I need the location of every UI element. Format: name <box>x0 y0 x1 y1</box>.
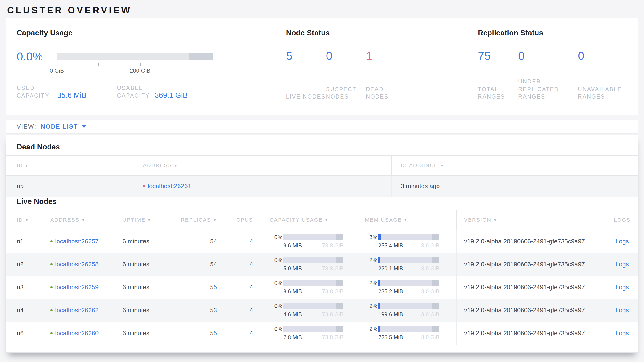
dead-col-address[interactable]: ADDRESS ▼ <box>134 155 392 175</box>
dead-nodes-metric: 1 DEAD NODES <box>366 49 406 101</box>
dead-col-id[interactable]: ID ▼ <box>6 155 134 175</box>
replicas-cell: 54 <box>167 230 227 253</box>
nodes-tables-panel: Dead Nodes ID ▼ ADDRESS ▼ DEAD SINCE ▼ n… <box>6 135 638 353</box>
dead-node-address-link[interactable]: localhost:26261 <box>148 183 191 190</box>
mem-used-value: 255.4 MiB <box>378 242 403 249</box>
logs-link[interactable]: Logs <box>615 329 629 337</box>
table-row: n2 localhost:26258 6 minutes 54 4 0% 5.0… <box>6 253 638 276</box>
node-address-link[interactable]: localhost:26257 <box>55 238 98 245</box>
sort-desc-icon: ▼ <box>147 218 151 222</box>
col-replicas[interactable]: REPLICAS ▼ <box>167 210 227 230</box>
capacity-percent: 0.0% <box>17 50 51 63</box>
node-address-link[interactable]: localhost:26262 <box>55 306 98 314</box>
node-address-link[interactable]: localhost:26259 <box>55 284 98 291</box>
axis-tick <box>183 63 183 66</box>
capacity-percent-label: 0% <box>270 234 282 241</box>
version-cell: v19.2.0-alpha.20190606-2491-gfe735c9a97 <box>456 253 607 276</box>
mem-bar <box>378 280 440 286</box>
capacity-percent-label: 0% <box>270 326 282 332</box>
unavailable-ranges-count: 0 <box>578 49 638 63</box>
dead-since-cell: 3 minutes ago <box>392 175 638 197</box>
mem-bar-reserved-segment <box>432 303 440 309</box>
live-status-dot-icon <box>50 240 52 242</box>
node-id-cell: n1 <box>6 230 41 253</box>
version-cell: v19.2.0-alpha.20190606-2491-gfe735c9a97 <box>456 230 607 253</box>
dead-nodes-heading: Dead Nodes <box>6 142 638 152</box>
live-nodes-heading: Live Nodes <box>6 197 638 206</box>
cpus-cell: 4 <box>227 253 262 276</box>
capacity-bar <box>283 326 344 332</box>
capacity-total-value: 73.8 GiB <box>322 288 344 295</box>
col-id-label: ID <box>17 217 23 223</box>
mem-total-value: 8.0 GiB <box>421 265 440 272</box>
col-mem-usage[interactable]: MEM USAGE ▼ <box>358 210 456 230</box>
capacity-total-value: 73.8 GiB <box>322 242 344 249</box>
view-dropdown-value[interactable]: NODE LIST <box>41 123 78 130</box>
logs-link[interactable]: Logs <box>615 261 629 268</box>
live-nodes-header-row: ID ▼ ADDRESS ▼ UPTIME ▼ REPLICAS ▼ CPUS <box>6 210 638 230</box>
capacity-bar-reserved-segment <box>336 280 344 286</box>
logs-link[interactable]: Logs <box>615 238 629 245</box>
axis-label-start: 0 GiB <box>50 67 64 74</box>
logs-cell: Logs <box>607 253 638 276</box>
node-status-section: Node Status 5 LIVE NODES 0 SUSPECT NODES… <box>279 19 472 114</box>
node-address-cell: localhost:26260 <box>41 322 113 344</box>
sort-desc-icon: ▼ <box>25 218 29 222</box>
capacity-usage-cell: 0% 5.0 MiB73.8 GiB <box>262 253 358 276</box>
dead-nodes-table: ID ▼ ADDRESS ▼ DEAD SINCE ▼ n5 localhost… <box>6 155 638 197</box>
capacity-used-value: 9.6 MiB <box>283 242 302 249</box>
col-mem-usage-label: MEM USAGE <box>365 217 402 223</box>
node-address-link[interactable]: localhost:26258 <box>55 261 98 268</box>
mem-used-value: 225.5 MiB <box>378 334 403 341</box>
logs-link[interactable]: Logs <box>615 284 629 291</box>
col-id[interactable]: ID ▼ <box>6 210 41 230</box>
axis-tick <box>140 63 140 66</box>
node-address-cell: localhost:26259 <box>41 276 113 299</box>
cpus-cell: 4 <box>227 276 262 299</box>
col-address[interactable]: ADDRESS ▼ <box>41 210 113 230</box>
capacity-bar <box>283 257 344 263</box>
version-cell: v19.2.0-alpha.20190606-2491-gfe735c9a97 <box>456 299 607 322</box>
col-version[interactable]: VERSION ▼ <box>456 210 607 230</box>
under-replicated-label: UNDER-REPLICATED RANGES <box>518 78 578 101</box>
dead-col-address-label: ADDRESS <box>143 162 172 168</box>
col-capacity-usage[interactable]: CAPACITY USAGE ▼ <box>262 210 358 230</box>
suspect-nodes-metric: 0 SUSPECT NODES <box>326 49 366 101</box>
replicas-cell: 55 <box>167 322 227 344</box>
node-address-link[interactable]: localhost:26260 <box>55 329 98 337</box>
version-cell: v19.2.0-alpha.20190606-2491-gfe735c9a97 <box>456 322 607 344</box>
mem-bar-fill <box>378 326 380 332</box>
uptime-cell: 6 minutes <box>113 253 167 276</box>
summary-panel: Capacity Usage 0.0% 0 GiB 200 GiB USED C… <box>6 18 638 115</box>
unavailable-ranges-metric: 0 UNAVAILABLE RANGES <box>578 49 638 101</box>
dead-nodes-count: 1 <box>366 49 406 63</box>
capacity-used-value: 4.6 MiB <box>283 311 302 318</box>
dead-col-dead-since[interactable]: DEAD SINCE ▼ <box>392 155 638 175</box>
col-logs: LOGS <box>607 210 638 230</box>
logs-link[interactable]: Logs <box>615 306 629 314</box>
capacity-used-value: 7.8 MiB <box>283 334 302 341</box>
cpus-cell: 4 <box>227 230 262 253</box>
live-status-dot-icon <box>50 263 52 265</box>
col-version-label: VERSION <box>464 217 491 223</box>
view-dropdown[interactable]: NODE LIST <box>41 123 86 130</box>
total-ranges-metric: 75 TOTAL RANGES <box>478 49 518 101</box>
mem-usage-cell: 2% 199.6 MiB8.0 GiB <box>358 299 456 322</box>
cpus-cell: 4 <box>227 322 262 344</box>
col-address-label: ADDRESS <box>50 217 80 223</box>
col-uptime[interactable]: UPTIME ▼ <box>113 210 167 230</box>
col-uptime-label: UPTIME <box>122 217 145 223</box>
logs-cell: Logs <box>607 299 638 322</box>
capacity-bar-reserved-segment <box>336 234 344 240</box>
sort-desc-icon: ▼ <box>82 218 86 222</box>
col-cpus-label: CPUS <box>236 217 253 223</box>
logs-cell: Logs <box>607 230 638 253</box>
capacity-total-value: 73.8 GiB <box>322 311 344 318</box>
col-cpus[interactable]: CPUS <box>227 210 262 230</box>
dead-node-id-cell: n5 <box>6 175 134 197</box>
mem-percent-label: 2% <box>365 303 378 309</box>
unavailable-ranges-label: UNAVAILABLE RANGES <box>578 86 638 101</box>
mem-used-value: 220.1 MiB <box>378 265 403 272</box>
node-address-cell: localhost:26257 <box>41 230 113 253</box>
table-row: n3 localhost:26259 6 minutes 55 4 0% 8.6… <box>6 276 638 299</box>
